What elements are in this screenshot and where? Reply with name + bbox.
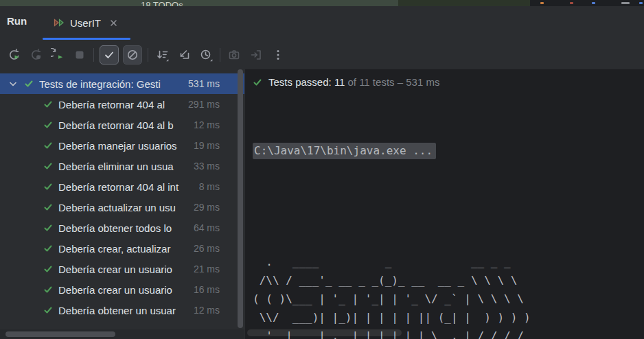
console-horizontal-scrollbar[interactable] bbox=[247, 329, 402, 336]
active-tab-underline bbox=[43, 38, 130, 40]
tree-horizontal-scrollbar[interactable] bbox=[0, 329, 244, 339]
tree-row-test[interactable]: Debería obtener un usuar 12 ms bbox=[0, 300, 244, 320]
test-passed-icon bbox=[23, 78, 34, 89]
test-label: Debería obtener un usuar bbox=[58, 305, 192, 316]
test-label: Debería retornar 404 al b bbox=[58, 119, 192, 131]
tree-row-test[interactable]: Debería retornar 404 al b 12 ms bbox=[0, 115, 244, 135]
down-left-arrow-icon[interactable] bbox=[176, 47, 192, 63]
close-icon[interactable] bbox=[109, 19, 118, 27]
rerun-icon[interactable] bbox=[5, 47, 22, 63]
clipped-editor-text: 18 TODOs bbox=[141, 0, 183, 6]
tree-row-test[interactable]: Debería crear un usuario 16 ms bbox=[0, 279, 244, 300]
test-passed-icon bbox=[43, 264, 54, 274]
test-tree-panel: Tests de integración: Gesti 531 ms Deber… bbox=[0, 69, 244, 339]
toolbar-separator bbox=[220, 48, 220, 62]
test-passed-icon bbox=[43, 140, 54, 151]
test-label: Debería eliminar un usua bbox=[58, 161, 192, 172]
clipped-icon-dot bbox=[639, 2, 643, 4]
test-passed-icon bbox=[43, 202, 54, 213]
test-passed-icon bbox=[43, 284, 54, 295]
rerun-failed-icon[interactable] bbox=[27, 47, 44, 63]
tree-row-test[interactable]: Debería retornar 404 al 291 ms bbox=[0, 94, 244, 115]
editor-highlight-line: 18 TODOs bbox=[0, 0, 398, 6]
toggle-auto-test-icon[interactable] bbox=[49, 47, 66, 63]
screenshot-camera-icon[interactable] bbox=[226, 47, 242, 63]
tests-summary-text: of 11 tests – 531 ms bbox=[347, 76, 439, 88]
test-label: Debería crear, actualizar bbox=[58, 243, 192, 255]
export-icon[interactable] bbox=[248, 47, 264, 63]
test-label: Debería retornar 404 al int bbox=[58, 181, 198, 193]
toolbar-separator bbox=[148, 48, 148, 62]
test-duration: 291 ms bbox=[188, 99, 244, 110]
run-toolbar bbox=[0, 41, 644, 69]
test-passed-icon bbox=[43, 243, 54, 254]
tree-row-test[interactable]: Debería manejar usuarios 19 ms bbox=[0, 135, 244, 156]
test-suite-label: Tests de integración: Gesti bbox=[39, 78, 187, 90]
test-passed-icon bbox=[43, 222, 54, 233]
test-label: Debería retornar 404 al bbox=[58, 99, 187, 110]
tab-userit[interactable]: UserIT bbox=[43, 6, 130, 39]
test-run-icon bbox=[54, 19, 65, 27]
tree-row-test[interactable]: Debería crear un usuario 21 ms bbox=[0, 259, 244, 279]
tool-window-title: Run bbox=[7, 15, 27, 27]
editor-highlight-line-dark bbox=[398, 0, 530, 6]
show-ignored-toggle[interactable] bbox=[123, 45, 142, 65]
test-passed-icon bbox=[43, 181, 54, 192]
spring-boot-banner: . ____ _ __ _ _ /\\ / ___'_ __ _ _(_)_ _… bbox=[253, 253, 644, 339]
clipped-icon-dot bbox=[592, 2, 595, 4]
test-duration: 531 ms bbox=[188, 78, 244, 89]
tree-row-suite[interactable]: Tests de integración: Gesti 531 ms bbox=[0, 73, 244, 94]
run-tool-window: 18 TODOs Run UserIT bbox=[0, 0, 644, 339]
test-passed-icon bbox=[43, 119, 54, 130]
test-history-clock-icon[interactable] bbox=[198, 47, 214, 63]
console-output: C:\Java\17\bin\java.exe ... . ____ _ __ … bbox=[245, 95, 644, 339]
tests-passed-count: Tests passed: 11 bbox=[268, 76, 345, 88]
test-label: Debería crear un usuario bbox=[58, 264, 192, 275]
test-passed-icon bbox=[43, 161, 54, 172]
stop-icon[interactable] bbox=[71, 47, 88, 63]
sort-icon[interactable] bbox=[154, 47, 170, 63]
test-label: Debería obtener todos lo bbox=[58, 222, 192, 234]
test-summary-bar: Tests passed: 11 of 11 tests – 531 ms bbox=[245, 69, 644, 95]
tree-row-test[interactable]: Debería eliminar un usua 33 ms bbox=[0, 156, 244, 176]
test-label: Debería actualizar un usu bbox=[58, 202, 192, 213]
clipped-icon-dot bbox=[540, 2, 544, 4]
console-panel: Tests passed: 11 of 11 tests – 531 ms C:… bbox=[245, 69, 644, 339]
tree-row-test[interactable]: Debería retornar 404 al int 8 ms bbox=[0, 176, 244, 197]
show-passed-toggle[interactable] bbox=[100, 45, 119, 65]
test-label: Debería manejar usuarios bbox=[58, 140, 192, 152]
test-passed-icon bbox=[43, 305, 54, 316]
tab-label: UserIT bbox=[70, 17, 101, 29]
tree-row-test[interactable]: Debería obtener todos lo 64 ms bbox=[0, 218, 244, 238]
toolbar-separator bbox=[93, 48, 94, 62]
chevron-down-icon[interactable] bbox=[8, 78, 19, 89]
java-command-folded[interactable]: C:\Java\17\bin\java.exe ... bbox=[253, 143, 436, 159]
tree-row-test[interactable]: Debería actualizar un usu 29 ms bbox=[0, 197, 244, 218]
clipped-icon-dot bbox=[570, 2, 573, 4]
test-label: Debería crear un usuario bbox=[58, 284, 192, 296]
more-options-icon[interactable] bbox=[270, 47, 286, 63]
clipped-editor-strip: 18 TODOs bbox=[0, 0, 644, 6]
tree-row-test[interactable]: Debería crear, actualizar 26 ms bbox=[0, 238, 244, 259]
clipped-icon-dot bbox=[621, 2, 630, 4]
tests-passed-icon bbox=[252, 77, 263, 88]
tree-vertical-scrollbar[interactable] bbox=[237, 69, 244, 329]
test-passed-icon bbox=[43, 99, 54, 110]
run-tab-bar: Run UserIT bbox=[0, 6, 644, 41]
